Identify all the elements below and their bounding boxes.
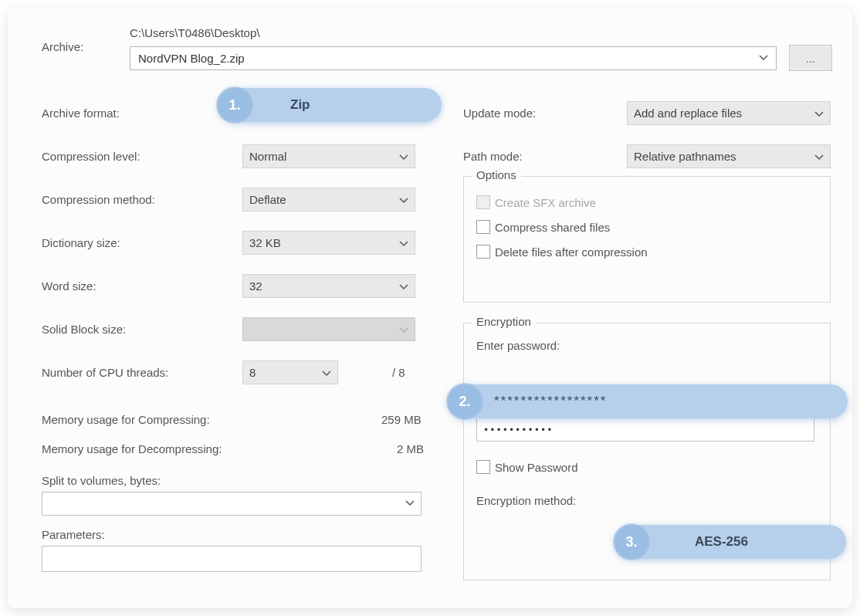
compression-method-value: Deflate [249,193,286,206]
mem-decompress-value: 2 MB [397,442,424,455]
path-mode-label: Path mode: [463,150,627,163]
word-size-value: 32 [249,279,262,293]
archive-label: Archive: [42,40,83,53]
right-column: Update mode: Add and replace files Path … [463,91,831,178]
encryption-method-value: AES-256 [695,534,748,550]
word-size-label: Word size: [42,279,242,293]
chevron-down-icon [814,108,824,117]
show-password-label: Show Password [495,461,578,474]
add-to-archive-dialog: Archive: C:\Users\T0486\Desktop\ NordVPN… [8,8,852,608]
update-mode-label: Update mode: [463,107,627,120]
compression-method-select[interactable]: Deflate [242,188,415,212]
checkbox-box-icon [476,245,490,259]
archive-format-label: Archive format: [42,107,242,120]
mem-compress-label: Memory usage for Compressing: [42,413,210,426]
show-password-checkbox[interactable]: Show Password [476,460,818,474]
chevron-down-icon [399,324,408,333]
checkbox-box-icon [476,460,490,474]
delete-after-label: Delete files after compression [495,245,648,259]
solid-block-size-select[interactable] [242,317,415,341]
word-size-select[interactable]: 32 [242,274,415,298]
path-mode-value: Relative pathnames [634,150,736,163]
checkbox-box-icon [476,220,490,234]
chevron-down-icon [814,151,824,161]
reenter-password-value: ••••••••••• [483,425,553,435]
checkbox-box-icon [476,195,490,209]
compression-level-select[interactable]: Normal [242,144,415,168]
left-column: Archive format: Compression level: Norma… [42,91,428,572]
browse-button[interactable]: ... [789,45,832,71]
chevron-down-icon [399,281,408,290]
callout-1-badge: 1. [216,86,253,124]
delete-after-checkbox[interactable]: Delete files after compression [476,245,818,259]
split-volumes-combo[interactable] [42,492,422,516]
split-volumes-label: Split to volumes, bytes: [42,474,428,487]
dictionary-size-value: 32 KB [249,236,281,249]
callout-2-pill[interactable]: ***************** [448,384,848,418]
compression-level-value: Normal [249,150,286,163]
mem-compress-value: 259 MB [381,413,422,426]
archive-format-value: Zip [290,97,310,113]
archive-path: C:\Users\T0486\Desktop\ [130,26,259,39]
callout-2-badge: 2. [446,383,483,420]
options-title: Options [472,168,521,181]
cpu-threads-value: 8 [249,366,256,379]
options-group: Options Create SFX archive Compress shar… [463,176,831,303]
chevron-down-icon [399,151,408,161]
callout-3-badge: 3. [613,523,650,560]
cpu-threads-label: Number of CPU threads: [42,366,242,379]
archive-name-combo[interactable]: NordVPN Blog_2.zip [130,46,777,70]
mem-decompress-label: Memory usage for Decompressing: [42,442,222,455]
chevron-down-icon [399,238,408,247]
enter-password-value: ***************** [494,394,607,409]
chevron-down-icon [399,195,408,204]
archive-name-value: NordVPN Blog_2.zip [138,52,245,65]
parameters-input[interactable] [42,546,422,572]
create-sfx-checkbox: Create SFX archive [476,195,818,209]
dictionary-size-label: Dictionary size: [42,236,242,249]
compress-shared-label: Compress shared files [495,221,610,234]
solid-block-size-label: Solid Block size: [42,323,242,336]
chevron-down-icon [759,52,768,65]
chevron-down-icon [322,367,331,377]
compression-method-label: Compression method: [42,193,242,206]
enter-password-label: Enter password: [476,339,818,352]
cpu-threads-select[interactable]: 8 [242,360,338,384]
chevron-down-icon [405,497,415,510]
update-mode-value: Add and replace files [634,107,742,120]
compression-level-label: Compression level: [42,150,242,163]
cpu-threads-total: / 8 [392,366,405,379]
parameters-label: Parameters: [42,528,428,541]
encryption-method-label: Encryption method: [476,494,818,507]
dictionary-size-select[interactable]: 32 KB [242,231,415,255]
compress-shared-checkbox[interactable]: Compress shared files [476,220,818,234]
reenter-password-input[interactable]: ••••••••••• [476,418,814,442]
create-sfx-label: Create SFX archive [495,196,596,209]
update-mode-select[interactable]: Add and replace files [627,101,831,125]
path-mode-select[interactable]: Relative pathnames [627,144,831,168]
encryption-title: Encryption [472,315,536,328]
